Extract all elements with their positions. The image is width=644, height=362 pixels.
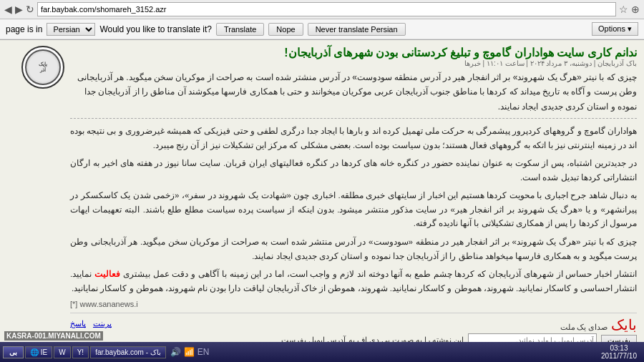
- paragraph-4: چیزی که با نیتر «هرگ یک شهروند» بر اثر ا…: [70, 235, 637, 263]
- translate-bar: page is in Persian Would you like to tra…: [0, 19, 644, 39]
- back-icon[interactable]: ◀: [4, 4, 12, 15]
- network-icon: 📶: [184, 347, 195, 357]
- paragraph-5-highlight: فعالیت: [94, 270, 120, 278]
- volume-icon: 🔊: [170, 347, 181, 357]
- page-title: ندانم کاری سایت هواداران گاموچ و تبلیغ ک…: [70, 46, 637, 59]
- paragraph-5-pre: انتشار اخبار حساس از شهرهای آذربایجان که…: [123, 270, 637, 278]
- ie-icon: 🌐: [30, 348, 39, 356]
- refresh-icon[interactable]: ↻: [26, 4, 34, 15]
- browser-window-button[interactable]: far.baybak.com - باک: [90, 346, 166, 358]
- intro-text: چیزی که با نیتر «هرگ یک شهروند» بر اثر ا…: [70, 70, 637, 119]
- language-select[interactable]: Persian: [47, 23, 95, 36]
- logo-inner: بایکآذر: [25, 49, 61, 85]
- start-button[interactable]: بی: [3, 346, 24, 358]
- clock-time: 03:13: [601, 344, 637, 352]
- reply-button[interactable]: پاسخ: [70, 319, 86, 328]
- yahoo-button[interactable]: Y!: [72, 346, 89, 358]
- page-content: ندانم کاری سایت هواداران گاموچ و تبلیغ ک…: [0, 40, 644, 359]
- translate-prompt: page is in: [6, 24, 42, 34]
- star-icon[interactable]: ☆: [619, 4, 628, 15]
- main-content: هواداران گاموچ و گروههای کردپرور پیشمرگی…: [70, 124, 637, 295]
- translate-button[interactable]: Translate: [216, 23, 264, 36]
- forward-icon[interactable]: ▶: [15, 4, 23, 15]
- home-icon[interactable]: ⊕: [631, 4, 640, 15]
- browser-chrome: ◀ ▶ ↻ ☆ ⊕ page is in Persian Would you l…: [0, 0, 644, 40]
- main-column: ندانم کاری سایت هواداران گاموچ و تبلیغ ک…: [70, 46, 637, 359]
- footnote: [*] www.sananews.i: [70, 300, 637, 308]
- word-button[interactable]: W: [54, 346, 70, 358]
- sound-label: صدای یک ملت: [560, 323, 608, 331]
- nope-button[interactable]: Nope: [268, 23, 303, 36]
- translate-question: Would you like to translate it?: [99, 24, 212, 34]
- watermark: KASRA-001.MIYANALI.COM: [4, 331, 103, 341]
- site-logo: بایکآذر: [21, 46, 64, 89]
- clock-date: 2011/77/10: [601, 352, 637, 360]
- print-button[interactable]: پرینت: [93, 319, 112, 328]
- paragraph-5: انتشار اخبار حساس از شهرهای آذربایجان که…: [70, 268, 637, 295]
- options-button[interactable]: Options ▾: [592, 22, 638, 36]
- yahoo-icon: Y!: [77, 348, 84, 356]
- ie-button[interactable]: 🌐 IE: [25, 346, 52, 358]
- post-meta: باک آذربایجان | دوشنبه، ۳ مرداد ۲۰۲۴ | س…: [70, 59, 637, 67]
- address-input[interactable]: [37, 2, 616, 16]
- taskbar: بی 🌐 IE W Y! far.baybak.com - باک 🔊 📶 EN…: [0, 342, 644, 362]
- paragraph-2: در جدیدترین اشتباه، پس از سکوت به عنوان …: [70, 157, 637, 185]
- bayk-logo: بایک صدای یک ملت: [560, 316, 638, 333]
- clock: 03:13 2011/77/10: [597, 344, 641, 360]
- lang-indicator: EN: [197, 347, 210, 357]
- side-column: بایکآذر: [7, 46, 64, 359]
- address-bar: ◀ ▶ ↻ ☆ ⊕: [0, 0, 644, 19]
- paragraph-3: به دنبال شاهد جرح اجباری با محویت کردها …: [70, 189, 637, 231]
- system-tray: 🔊 📶 EN: [170, 347, 210, 357]
- word-icon: W: [59, 348, 65, 356]
- never-translate-button[interactable]: Never translate Persian: [308, 23, 406, 36]
- paragraph-1: هواداران گاموچ و گروههای کردپرور پیشمرگی…: [70, 124, 637, 152]
